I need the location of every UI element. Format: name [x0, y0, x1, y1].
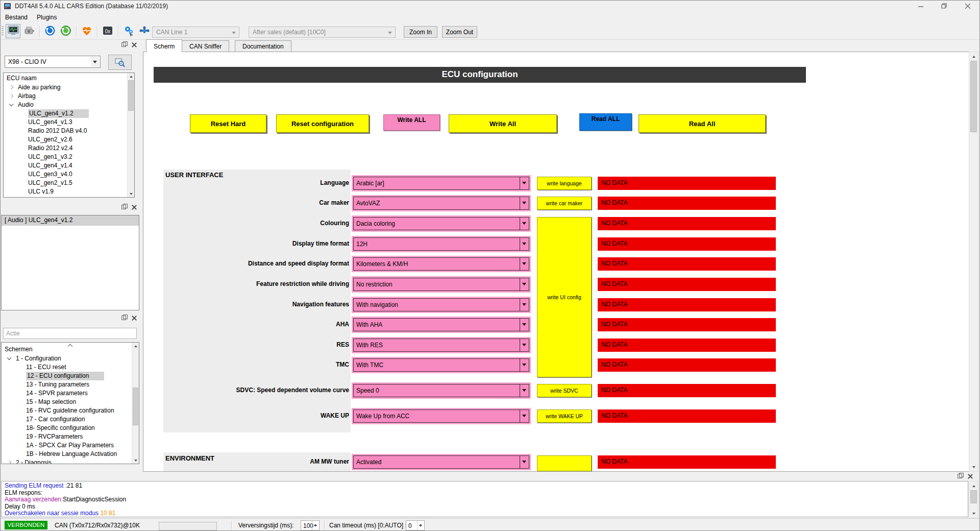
ecu-tree-item[interactable]: ULC_gen1_v3.2 — [4, 153, 134, 161]
refresh-blue-toolbar-button[interactable] — [42, 24, 57, 38]
expand-icon[interactable] — [7, 461, 11, 464]
form-row-select[interactable]: With navigation — [353, 298, 529, 311]
dock-float-button[interactable] — [120, 41, 127, 48]
write-ui-config-button[interactable]: write UI config — [537, 217, 592, 377]
zoom-out-button[interactable]: Zoom Out — [442, 26, 477, 38]
form-row-select[interactable]: Kilometers & KM/H — [353, 257, 529, 271]
chevron-down-icon[interactable] — [520, 177, 529, 189]
ecu-tree-item[interactable]: Radio 2012 v2.4 — [4, 144, 134, 153]
collapse-icon[interactable] — [9, 102, 13, 106]
write-button[interactable] — [537, 455, 592, 471]
screens-tree-item[interactable]: 11 - ECU reset — [2, 363, 139, 372]
ecu-tree-item[interactable]: Radio 2012 DAB v4.0 — [4, 127, 134, 135]
refresh-time-spinner[interactable]: 100 — [301, 520, 320, 530]
ecu-tree-item[interactable]: ULC_gen4_v1.3 — [4, 118, 134, 127]
screens-tree-item[interactable]: 18- Specific configuration — [2, 424, 139, 432]
minimize-button[interactable] — [909, 1, 933, 12]
connection-toolbar-button[interactable] — [137, 24, 152, 38]
ecu-tree-item[interactable]: ULC_gen4_v1.2 — [4, 109, 134, 118]
screens-tree-item[interactable]: 19 - RVCParameters — [2, 432, 139, 441]
read-all-button[interactable]: Read ALL — [579, 113, 632, 131]
main-scrollbar[interactable] — [969, 52, 978, 472]
chevron-down-icon[interactable] — [520, 456, 529, 468]
dock-close-button[interactable] — [130, 41, 137, 48]
refresh-green-toolbar-button[interactable] — [58, 24, 73, 38]
ecu-search-button[interactable] — [108, 55, 132, 70]
scroll-up-icon[interactable] — [128, 73, 134, 80]
collapse-icon[interactable] — [7, 356, 11, 360]
form-row-select[interactable]: With TMC — [353, 358, 529, 372]
screens-tree-item[interactable]: 1B - Hebrew Language Activation — [2, 450, 139, 458]
ecu-tree-item[interactable]: Audio — [4, 101, 134, 109]
action-search-input[interactable] — [3, 328, 137, 339]
ecu-tree-item[interactable]: ULC v1.9 — [4, 187, 134, 196]
spinner-arrows-icon[interactable] — [312, 521, 319, 530]
form-row-select[interactable]: With RES — [353, 339, 529, 352]
dock-float-button[interactable] — [120, 204, 127, 210]
plugins-toolbar-button[interactable] — [121, 24, 136, 38]
ecu-tree-item[interactable]: Aide au parking — [4, 83, 134, 92]
screens-tree-scrollbar[interactable] — [132, 343, 139, 464]
scrollbar-thumb[interactable] — [128, 80, 134, 111]
menu-bestand[interactable]: Bestand — [1, 12, 32, 23]
ecu-toolbar-button[interactable] — [21, 24, 36, 38]
selected-ecu-item[interactable]: [ Audio ] ULC_gen4_v1.2 — [2, 215, 139, 226]
scroll-up-icon[interactable] — [132, 343, 139, 349]
write-car-maker-button[interactable]: write car maker — [537, 197, 592, 210]
chevron-down-icon[interactable] — [520, 384, 529, 397]
tab-documentation[interactable]: Documentation — [235, 40, 291, 52]
scroll-up-icon[interactable] — [969, 482, 978, 489]
scrollbar-thumb[interactable] — [970, 61, 977, 132]
ecu-tree-item[interactable]: ULC_gen2_v1.5 — [4, 179, 134, 187]
scroll-down-icon[interactable] — [969, 510, 978, 517]
chevron-down-icon[interactable] — [520, 238, 529, 250]
screens-tree-item[interactable]: 1A - SPCX Car Play Parameters — [2, 441, 139, 450]
ecu-tree-item[interactable]: ULC_gen3_v4.0 — [4, 170, 134, 179]
screens-tree-item[interactable]: 12 - ECU configuration — [2, 372, 139, 380]
form-row-select[interactable]: AvtoVAZ — [353, 197, 529, 210]
form-row-select[interactable]: Wake Up from ACC — [353, 409, 529, 423]
spinner-arrows-icon[interactable] — [417, 521, 424, 530]
chevron-down-icon[interactable] — [520, 197, 529, 209]
dock-close-button[interactable] — [130, 204, 137, 210]
form-row-select[interactable]: With AHA — [353, 318, 529, 331]
ecu-tree-item[interactable]: ULC_gen4_v1.4 — [4, 161, 134, 170]
screens-tree-item[interactable]: 2 - Diagnosis — [2, 458, 139, 464]
write-all-button[interactable]: Write ALL — [383, 114, 440, 131]
menu-plugins[interactable]: Plugins — [32, 12, 61, 23]
write-all-button[interactable]: Write All — [449, 114, 557, 133]
write-sdvc-button[interactable]: write SDVC — [537, 384, 592, 397]
form-row-select[interactable]: Activated — [353, 455, 529, 469]
dock-float-button[interactable] — [120, 315, 127, 321]
chevron-down-icon[interactable] — [520, 258, 529, 270]
tab-can-sniffer[interactable]: CAN Sniffer — [182, 40, 229, 52]
screens-tree-item[interactable]: 1 - Configuration — [2, 354, 139, 363]
dock-close-button[interactable] — [130, 315, 137, 321]
expand-icon[interactable] — [9, 94, 13, 98]
dock-float-button[interactable] — [956, 473, 963, 479]
ecu-tree-item[interactable]: Airbag — [4, 92, 134, 101]
chevron-down-icon[interactable] — [520, 359, 529, 371]
screens-tree-item[interactable]: 15 - Map selection — [2, 398, 139, 406]
chevron-down-icon[interactable] — [520, 278, 529, 291]
ecu-tree-scrollbar[interactable] — [127, 73, 134, 197]
scroll-up-icon[interactable] — [969, 53, 978, 60]
can-line-select[interactable]: CAN Line 1 — [152, 27, 239, 38]
chevron-down-icon[interactable] — [520, 299, 529, 311]
toolbar-grip[interactable] — [2, 26, 4, 36]
expand-icon[interactable] — [9, 85, 13, 89]
hex-toolbar-button[interactable]: 0x — [100, 24, 115, 38]
scroll-down-icon[interactable] — [132, 457, 139, 464]
scroll-down-icon[interactable] — [969, 464, 978, 470]
chevron-down-icon[interactable] — [520, 218, 529, 230]
form-row-select[interactable]: 12H — [353, 237, 529, 251]
screens-tree-item[interactable]: 14 - SPVR parameters — [2, 389, 139, 398]
dock-close-button[interactable] — [966, 473, 973, 479]
write-wake-up-button[interactable]: write WAKE UP — [537, 409, 592, 423]
can-timeout-spinner[interactable]: 0 — [406, 520, 425, 530]
vehicle-select[interactable]: X98 - CLIO IV — [5, 56, 101, 68]
reset-hard-button[interactable]: Reset Hard — [190, 114, 266, 133]
scrollbar-thumb[interactable] — [970, 490, 977, 503]
screen-toolbar-button[interactable] — [6, 24, 20, 38]
session-select[interactable]: After sales (default) [10C0] — [249, 27, 396, 38]
